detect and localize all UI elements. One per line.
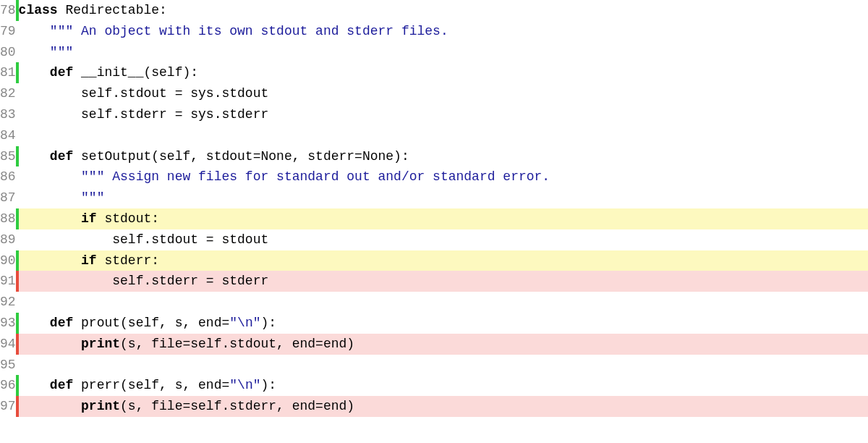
- code-line: 85 def setOutput(self, stdout=None, stde…: [0, 146, 868, 167]
- code-content: print(s, file=self.stderr, end=end): [19, 396, 868, 417]
- code-listing: 78class Redirectable:79 """ An object wi…: [0, 0, 868, 417]
- code-line: 80 """: [0, 42, 868, 63]
- token: self.stderr = sys.stderr: [81, 107, 268, 122]
- token: """: [50, 45, 73, 59]
- code-content: self.stdout = stdout: [19, 229, 868, 250]
- line-number: 91: [0, 271, 16, 292]
- code-content: """: [19, 42, 868, 63]
- code-line: 82 self.stdout = sys.stdout: [0, 83, 868, 104]
- code-line: 89 self.stdout = stdout: [0, 229, 868, 250]
- code-content: [19, 125, 868, 146]
- token: "\n": [229, 316, 260, 330]
- token: setOutput(self, stdout=None, stderr=None…: [73, 149, 409, 164]
- token: print: [81, 337, 120, 351]
- code-content: self.stdout = sys.stdout: [19, 83, 868, 104]
- code-line: 84: [0, 125, 868, 146]
- line-number: 80: [0, 42, 16, 63]
- code-content: def setOutput(self, stdout=None, stderr=…: [19, 146, 868, 167]
- token: self.stdout = stdout: [112, 232, 268, 247]
- token: (s, file=self.stderr, end=end): [120, 399, 354, 413]
- token: prerr(self, s, end=: [73, 378, 229, 392]
- token: """ Assign new files for standard out an…: [81, 169, 550, 184]
- token: def: [50, 65, 73, 80]
- code-line: 90 if stderr:: [0, 250, 868, 271]
- token: ):: [261, 316, 277, 330]
- line-number: 96: [0, 375, 16, 396]
- token: ):: [261, 378, 277, 392]
- code-content: """: [19, 187, 868, 208]
- token: prout(self, s, end=: [73, 316, 229, 330]
- token: Redirectable:: [65, 3, 166, 17]
- code-line: 83 self.stderr = sys.stderr: [0, 104, 868, 125]
- line-number: 79: [0, 21, 16, 42]
- code-content: def __init__(self):: [19, 62, 868, 83]
- token: def: [50, 149, 73, 164]
- code-line: 79 """ An object with its own stdout and…: [0, 21, 868, 42]
- code-content: def prerr(self, s, end="\n"):: [19, 375, 868, 396]
- token: stdout:: [97, 211, 159, 226]
- token: class: [19, 3, 66, 17]
- code-line: 81 def __init__(self):: [0, 62, 868, 83]
- code-line: 88 if stdout:: [0, 208, 868, 229]
- code-line: 97 print(s, file=self.stderr, end=end): [0, 396, 868, 417]
- code-content: """ An object with its own stdout and st…: [19, 21, 868, 42]
- token: self.stdout = sys.stdout: [81, 86, 268, 101]
- token: __init__(self):: [73, 65, 198, 80]
- code-line: 78class Redirectable:: [0, 0, 868, 21]
- line-number: 83: [0, 104, 16, 125]
- code-line: 96 def prerr(self, s, end="\n"):: [0, 375, 868, 396]
- token: print: [81, 399, 120, 413]
- line-number: 95: [0, 355, 16, 376]
- code-content: class Redirectable:: [19, 0, 868, 21]
- code-content: """ Assign new files for standard out an…: [19, 166, 868, 187]
- line-number: 78: [0, 0, 16, 21]
- token: if: [81, 211, 97, 226]
- line-number: 82: [0, 83, 16, 104]
- token: "\n": [229, 378, 260, 392]
- token: (s, file=self.stdout, end=end): [120, 337, 354, 351]
- code-content: if stdout:: [19, 208, 868, 229]
- code-content: print(s, file=self.stdout, end=end): [19, 334, 868, 355]
- code-line: 92: [0, 292, 868, 313]
- line-number: 93: [0, 313, 16, 334]
- token: self.stderr = stderr: [112, 274, 268, 288]
- line-number: 97: [0, 396, 16, 417]
- code-line: 94 print(s, file=self.stdout, end=end): [0, 334, 868, 355]
- line-number: 86: [0, 166, 16, 187]
- line-number: 81: [0, 62, 16, 83]
- code-line: 86 """ Assign new files for standard out…: [0, 166, 868, 187]
- code-line: 93 def prout(self, s, end="\n"):: [0, 313, 868, 334]
- code-content: self.stderr = stderr: [19, 271, 868, 292]
- line-number: 84: [0, 125, 16, 146]
- line-number: 90: [0, 250, 16, 271]
- code-line: 91 self.stderr = stderr: [0, 271, 868, 292]
- token: if: [81, 253, 97, 268]
- line-number: 89: [0, 229, 16, 250]
- code-content: if stderr:: [19, 250, 868, 271]
- code-line: 95: [0, 355, 868, 376]
- line-number: 94: [0, 334, 16, 355]
- line-number: 92: [0, 292, 16, 313]
- token: def: [50, 316, 73, 330]
- code-content: [19, 292, 868, 313]
- code-content: self.stderr = sys.stderr: [19, 104, 868, 125]
- code-line: 87 """: [0, 187, 868, 208]
- token: def: [50, 378, 73, 392]
- token: """ An object with its own stdout and st…: [50, 24, 448, 38]
- line-number: 87: [0, 187, 16, 208]
- code-content: def prout(self, s, end="\n"):: [19, 313, 868, 334]
- token: stderr:: [97, 253, 159, 268]
- line-number: 88: [0, 208, 16, 229]
- code-content: [19, 355, 868, 376]
- line-number: 85: [0, 146, 16, 167]
- token: """: [81, 190, 104, 205]
